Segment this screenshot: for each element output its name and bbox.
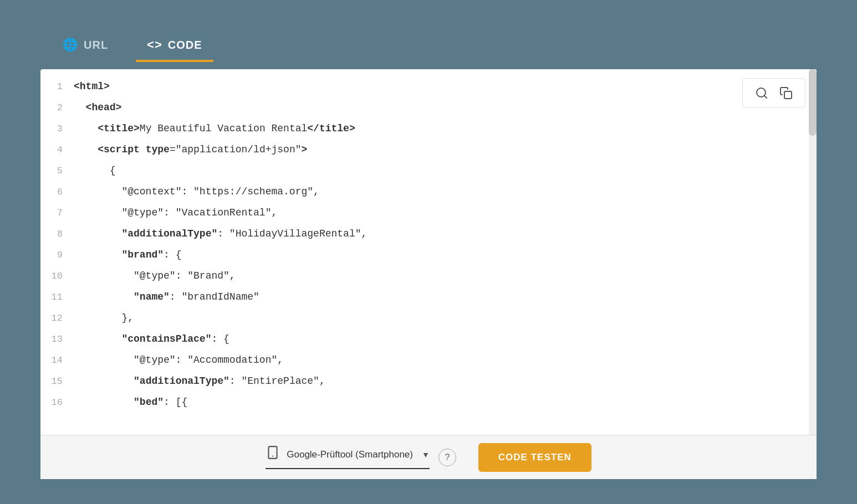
code-line-9: 9 "brand": { xyxy=(40,246,817,268)
code-line-12: 12 }, xyxy=(40,310,817,331)
code-editor: 1 <html> 2 <head> 3 <title>My Beautiful … xyxy=(40,69,817,435)
code-line-6: 6 "@context": "https://schema.org", xyxy=(40,183,817,204)
bottom-bar: Google-Prüftool (Smartphone) ▼ ? CODE TE… xyxy=(40,435,817,479)
dropdown-arrow-icon: ▼ xyxy=(422,450,430,459)
code-line-4: 4 <script type="application/ld+json"> xyxy=(40,141,817,162)
tab-url[interactable]: 🌐 URL xyxy=(52,32,119,62)
copy-button[interactable] xyxy=(776,84,796,102)
svg-line-1 xyxy=(764,96,767,98)
code-line-11: 11 "name": "brandIdName" xyxy=(40,289,817,310)
smartphone-icon xyxy=(266,445,280,464)
svg-rect-2 xyxy=(784,91,792,99)
tab-url-label: URL xyxy=(84,39,108,52)
code-line-16: 16 "bed": [{ xyxy=(40,394,817,415)
code-line-15: 15 "additionalType": "EntirePlace", xyxy=(40,373,817,394)
main-container: 🌐 URL <> CODE xyxy=(40,25,817,479)
code-line-8: 8 "additionalType": "HolidayVillageRenta… xyxy=(40,225,817,246)
help-button[interactable]: ? xyxy=(438,449,456,466)
code-line-2: 2 <head> xyxy=(40,99,817,120)
test-button[interactable]: CODE TESTEN xyxy=(478,443,591,472)
code-line-10: 10 "@type": "Brand", xyxy=(40,268,817,289)
device-selector[interactable]: Google-Prüftool (Smartphone) ▼ xyxy=(266,445,430,469)
device-label: Google-Prüftool (Smartphone) xyxy=(287,449,413,460)
editor-container: 1 <html> 2 <head> 3 <title>My Beautiful … xyxy=(40,69,817,435)
code-line-5: 5 { xyxy=(40,162,817,183)
tab-code[interactable]: <> CODE xyxy=(136,32,213,62)
toolbar-area xyxy=(742,78,805,108)
search-button[interactable] xyxy=(752,84,772,102)
scrollbar-track[interactable] xyxy=(809,69,817,435)
code-line-7: 7 "@type": "VacationRental", xyxy=(40,204,817,225)
globe-icon: 🌐 xyxy=(63,38,78,52)
tab-code-label: CODE xyxy=(168,39,202,52)
tab-bar: 🌐 URL <> CODE xyxy=(40,25,817,69)
code-line-1: 1 <html> xyxy=(40,78,817,99)
code-brackets-icon: <> xyxy=(147,38,162,52)
code-line-13: 13 "containsPlace": { xyxy=(40,331,817,352)
code-line-3: 3 <title>My Beautiful Vacation Rental</t… xyxy=(40,120,817,141)
code-line-14: 14 "@type": "Accommodation", xyxy=(40,352,817,373)
scrollbar-thumb[interactable] xyxy=(809,69,817,136)
